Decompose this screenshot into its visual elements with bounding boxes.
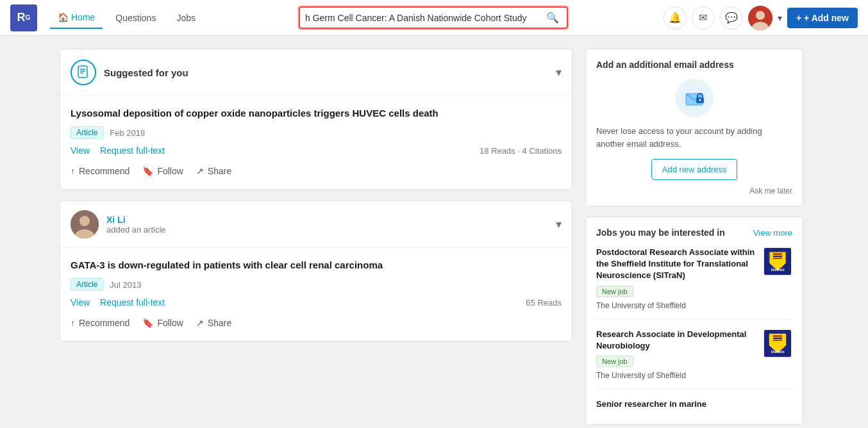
user-bookmark-icon: 🔖 — [142, 318, 153, 328]
email-card: Add an additional email address Neve — [585, 49, 803, 206]
email-lock-icon — [675, 79, 714, 117]
jobs-title: Jobs you may be interested in — [596, 227, 725, 238]
user-post-card: Xi Li added an article ▾ GATA-3 is down-… — [60, 201, 572, 342]
user-article-links: View Request full-text 65 Reads — [71, 297, 562, 308]
recommend-icon: ↑ — [71, 166, 75, 176]
reads-citations: 18 Reads · 4 Citations — [480, 146, 562, 156]
add-new-button[interactable]: + + Add new — [787, 8, 858, 28]
new-job-badge: New job — [596, 356, 633, 367]
article-meta: Article Feb 2018 — [71, 126, 562, 139]
user-article-actions: ↑ Recommend 🔖 Follow ↗ Share — [71, 315, 562, 331]
user-view-link[interactable]: View — [71, 297, 90, 308]
user-reads: 65 Reads — [526, 298, 562, 308]
svg-text:Sheffield: Sheffield — [771, 268, 784, 272]
user-post-header-left: Xi Li added an article — [71, 210, 166, 238]
view-link[interactable]: View — [71, 145, 90, 156]
svg-rect-24 — [773, 340, 782, 341]
job-title: Research Associate in Developmental Neur… — [596, 329, 756, 352]
job-university: The University of Sheffield — [596, 301, 756, 310]
svg-rect-18 — [773, 258, 782, 259]
jobs-card: Jobs you may be interested in View more … — [585, 217, 803, 425]
article-badge: Article — [71, 126, 103, 139]
main-nav: 🏠 Home Questions Jobs — [50, 7, 203, 29]
svg-point-13 — [699, 99, 701, 101]
sidebar-column: Add an additional email address Neve — [585, 49, 803, 425]
job-title: Senior researcher in marine — [596, 399, 792, 410]
search-submit-button[interactable]: 🔍 — [544, 10, 562, 25]
user-article-meta: Article Jul 2013 — [71, 278, 562, 291]
article-links: View Request full-text 18 Reads · 4 Cita… — [71, 145, 562, 156]
user-article-badge: Article — [71, 278, 103, 291]
user-article-title: GATA-3 is down-regulated in patients wit… — [71, 258, 562, 272]
university-logo: Sheffield — [763, 247, 792, 276]
job-info: Postdoctoral Research Associate within t… — [596, 247, 756, 310]
job-info: Senior researcher in marine — [596, 399, 792, 414]
article-title: Lysosomal deposition of copper oxide nan… — [71, 106, 562, 120]
user-share-button[interactable]: ↗ Share — [196, 315, 231, 331]
job-item: Postdoctoral Research Associate within t… — [596, 247, 792, 320]
document-icon — [71, 60, 96, 85]
collapse-button[interactable]: ▾ — [556, 65, 562, 79]
svg-rect-3 — [78, 66, 87, 78]
messages-button[interactable]: ✉ — [692, 6, 715, 29]
feed-column: Suggested for you ▾ Lysosomal deposition… — [60, 49, 572, 425]
nav-questions[interactable]: Questions — [108, 8, 163, 28]
new-job-badge: New job — [596, 286, 633, 297]
user-article-item: GATA-3 is down-regulated in patients wit… — [60, 248, 572, 342]
article-date: Feb 2018 — [110, 128, 145, 138]
job-title: Postdoctoral Research Associate within t… — [596, 247, 756, 282]
bell-icon: 🔔 — [669, 12, 681, 24]
follow-button[interactable]: 🔖 Follow — [142, 163, 183, 179]
svg-text:Sheffield: Sheffield — [771, 350, 784, 354]
svg-rect-16 — [773, 253, 782, 255]
view-more-link[interactable]: View more — [753, 228, 792, 238]
chat-icon: 💬 — [725, 12, 738, 24]
job-university: The University of Sheffield — [596, 371, 756, 380]
plus-icon: + — [796, 13, 801, 23]
suggested-card: Suggested for you ▾ Lysosomal deposition… — [60, 49, 572, 190]
svg-rect-22 — [773, 335, 782, 337]
add-address-button[interactable]: Add new address — [651, 159, 737, 180]
email-icon-area — [596, 79, 792, 117]
user-avatar — [71, 210, 99, 238]
share-button[interactable]: ↗ Share — [196, 163, 231, 179]
university-logo: Sheffield — [763, 329, 792, 358]
header-actions: 🔔 ✉ 💬 ▾ + + Add new — [664, 6, 858, 30]
user-follow-button[interactable]: 🔖 Follow — [142, 315, 183, 331]
home-icon: 🏠 — [58, 12, 69, 22]
job-item: Senior researcher in marine — [596, 399, 792, 414]
recommend-button[interactable]: ↑ Recommend — [71, 163, 129, 179]
jobs-header: Jobs you may be interested in View more — [596, 227, 792, 238]
user-share-icon: ↗ — [196, 318, 204, 328]
suggested-card-header: Suggested for you ▾ — [60, 49, 572, 96]
svg-rect-23 — [773, 338, 782, 339]
nav-home[interactable]: 🏠 Home — [50, 7, 103, 29]
avatar-image — [71, 210, 99, 238]
job-item: Research Associate in Developmental Neur… — [596, 329, 792, 390]
search-input[interactable] — [305, 13, 544, 23]
chevron-down-icon[interactable]: ▾ — [778, 13, 782, 23]
logo[interactable]: RG — [10, 4, 37, 31]
user-recommend-button[interactable]: ↑ Recommend — [71, 315, 129, 331]
avatar[interactable] — [748, 6, 772, 30]
email-card-title: Add an additional email address — [596, 60, 792, 70]
suggested-card-title: Suggested for you — [104, 67, 188, 78]
user-post-collapse-button[interactable]: ▾ — [556, 217, 562, 231]
email-description: Never lose access to your account by add… — [596, 125, 792, 150]
user-post-header: Xi Li added an article ▾ — [60, 201, 572, 248]
search-box: 🔍 — [299, 6, 568, 29]
chat-button[interactable]: 💬 — [720, 6, 743, 29]
user-name[interactable]: Xi Li — [106, 215, 166, 225]
user-info: Xi Li added an article — [106, 215, 166, 235]
ask-later-link[interactable]: Ask me later — [596, 186, 792, 195]
notifications-button[interactable]: 🔔 — [664, 6, 687, 29]
card-header-left: Suggested for you — [71, 60, 188, 85]
user-recommend-icon: ↑ — [71, 318, 75, 328]
bookmark-icon: 🔖 — [142, 166, 153, 176]
article-item: Lysosomal deposition of copper oxide nan… — [60, 96, 572, 190]
request-fulltext-link[interactable]: Request full-text — [100, 145, 165, 156]
svg-point-8 — [79, 216, 90, 226]
user-request-fulltext-link[interactable]: Request full-text — [100, 297, 165, 308]
svg-rect-17 — [773, 256, 782, 257]
nav-jobs[interactable]: Jobs — [169, 8, 203, 28]
